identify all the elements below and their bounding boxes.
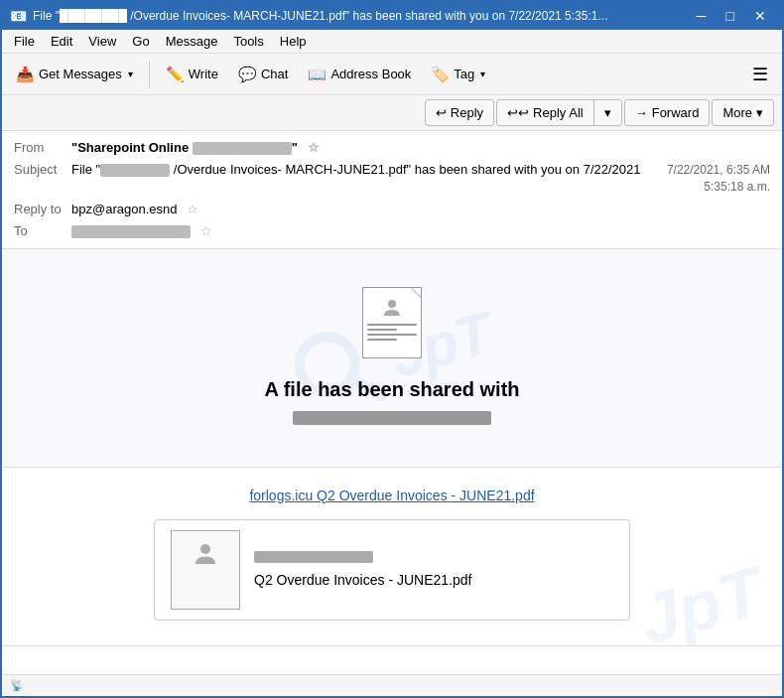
from-value: "Sharepoint Online " ☆ xyxy=(71,140,770,155)
file-lines xyxy=(367,324,417,344)
recipient-blurred-text xyxy=(293,411,491,425)
email-header: From "Sharepoint Online " ☆ Subject File… xyxy=(2,131,782,249)
status-bar: 📡 xyxy=(2,674,782,696)
action-bar: ↩ Reply ↩↩ Reply All ▾ → Forward More ▾ xyxy=(2,95,782,131)
from-star-icon[interactable]: ☆ xyxy=(308,140,320,155)
reply-all-dropdown-icon: ▾ xyxy=(604,105,611,120)
file-line-1 xyxy=(367,324,417,326)
subject-row: Subject File " /Overdue Invoices- MARCH-… xyxy=(14,159,770,199)
to-value: ☆ xyxy=(71,223,770,238)
reply-all-dropdown-button[interactable]: ▾ xyxy=(594,100,621,125)
address-book-icon: 📖 xyxy=(308,66,327,83)
menu-view[interactable]: View xyxy=(80,32,124,51)
reply-all-icon: ↩↩ xyxy=(507,105,529,120)
write-label: Write xyxy=(189,67,218,81)
close-button[interactable]: ✕ xyxy=(746,7,774,25)
menu-bar: File Edit View Go Message Tools Help xyxy=(2,30,782,54)
reply-all-group: ↩↩ Reply All ▾ xyxy=(496,99,622,126)
file-card-icon xyxy=(171,530,240,610)
svg-point-3 xyxy=(200,544,210,554)
title-bar-left: 📧 File "████████ /Overdue Invoices- MARC… xyxy=(10,8,607,24)
toolbar-right: ☰ xyxy=(744,60,776,89)
main-window: 📧 File "████████ /Overdue Invoices- MARC… xyxy=(0,0,784,698)
forward-icon: → xyxy=(635,105,648,120)
shared-with-text: A file has been shared with xyxy=(264,378,519,401)
tag-dropdown-icon[interactable]: ▾ xyxy=(480,69,485,79)
from-row: From "Sharepoint Online " ☆ xyxy=(14,137,770,159)
status-icon: 📡 xyxy=(10,679,24,692)
reply-to-value: bpz@aragon.esnd ☆ xyxy=(71,202,770,216)
address-book-label: Address Book xyxy=(330,67,411,81)
reply-to-label: Reply to xyxy=(14,202,71,216)
write-icon: ✏️ xyxy=(166,66,185,83)
menu-edit[interactable]: Edit xyxy=(43,32,80,51)
title-bar: 📧 File "████████ /Overdue Invoices- MARC… xyxy=(2,2,782,30)
file-line-4 xyxy=(367,339,397,341)
email-date: 7/22/2021, 6:35 AM 5:35:18 a.m. xyxy=(657,162,770,196)
menu-help[interactable]: Help xyxy=(272,32,315,51)
reply-to-email: bpz@aragon.esnd xyxy=(71,202,177,216)
toolbar: 📥 Get Messages ▾ ✏️ Write 💬 Chat 📖 Addre… xyxy=(2,54,782,95)
write-button[interactable]: ✏️ Write xyxy=(158,62,226,87)
link-watermark: JpT xyxy=(630,551,770,646)
to-row: To ☆ xyxy=(14,220,770,242)
title-bar-controls: ─ □ ✕ xyxy=(689,7,774,25)
file-line-3 xyxy=(367,334,417,336)
get-messages-label: Get Messages xyxy=(39,67,122,81)
tag-icon: 🏷️ xyxy=(431,66,450,83)
forward-button[interactable]: → Forward xyxy=(624,99,711,126)
get-messages-dropdown-icon[interactable]: ▾ xyxy=(128,69,133,79)
tag-button[interactable]: 🏷️ Tag ▾ xyxy=(423,62,493,87)
reply-to-star-icon[interactable]: ☆ xyxy=(187,202,198,216)
reply-to-row: Reply to bpz@aragon.esnd ☆ xyxy=(14,199,770,220)
file-link[interactable]: forlogs.icu Q2 Overdue Invoices - JUNE21… xyxy=(249,488,534,503)
link-section: JpT forlogs.icu Q2 Overdue Invoices - JU… xyxy=(2,468,782,646)
minimize-button[interactable]: ─ xyxy=(689,7,715,25)
to-star-icon[interactable]: ☆ xyxy=(200,223,212,238)
svg-point-2 xyxy=(388,300,396,308)
subject-value: File " /Overdue Invoices- MARCH-JUNE21.p… xyxy=(71,162,657,177)
menu-go[interactable]: Go xyxy=(124,32,157,51)
menu-file[interactable]: File xyxy=(6,32,43,51)
date-value: 7/22/2021, 6:35 AM xyxy=(667,163,770,177)
menu-message[interactable]: Message xyxy=(158,32,226,51)
app-icon: 📧 xyxy=(10,8,27,24)
email-body[interactable]: JpT A file has been shared with xyxy=(2,249,782,674)
forward-label: Forward xyxy=(652,105,700,120)
more-dropdown-icon: ▾ xyxy=(756,105,763,120)
file-card-info: Q2 Overdue Invoices - JUNE21.pdf xyxy=(254,551,613,588)
reply-all-label: Reply All xyxy=(533,105,584,120)
more-label: More xyxy=(722,105,752,120)
file-corner-fill xyxy=(412,288,421,297)
file-card-sender-blurred xyxy=(254,551,373,563)
tag-label: Tag xyxy=(454,67,474,81)
get-messages-button[interactable]: 📥 Get Messages ▾ xyxy=(8,62,141,87)
get-messages-icon: 📥 xyxy=(16,66,35,83)
file-card-filename: Q2 Overdue Invoices - JUNE21.pdf xyxy=(254,572,613,588)
reply-icon: ↩ xyxy=(436,105,447,120)
file-person-icon xyxy=(380,296,404,320)
menu-tools[interactable]: Tools xyxy=(225,32,271,51)
from-label: From xyxy=(14,140,71,155)
file-card[interactable]: Q2 Overdue Invoices - JUNE21.pdf xyxy=(154,519,630,621)
window-title: File "████████ /Overdue Invoices- MARCH-… xyxy=(33,9,607,23)
subject-label: Subject xyxy=(14,162,71,177)
chat-button[interactable]: 💬 Chat xyxy=(230,62,296,87)
shared-file-section: JpT A file has been shared with xyxy=(2,249,782,468)
hamburger-menu-button[interactable]: ☰ xyxy=(744,60,776,89)
address-book-button[interactable]: 📖 Address Book xyxy=(300,62,419,87)
reply-all-button[interactable]: ↩↩ Reply All xyxy=(497,100,594,125)
chat-label: Chat xyxy=(261,67,288,81)
reply-button[interactable]: ↩ Reply xyxy=(425,99,494,126)
file-card-person-icon xyxy=(191,539,220,569)
file-line-2 xyxy=(367,329,397,331)
more-button[interactable]: More ▾ xyxy=(712,99,774,126)
maximize-button[interactable]: □ xyxy=(719,7,742,25)
chat-icon: 💬 xyxy=(238,66,257,83)
reply-label: Reply xyxy=(451,105,483,120)
recipient-email-blurred xyxy=(293,411,491,428)
file-preview-icon xyxy=(362,287,422,358)
to-label: To xyxy=(14,223,71,238)
separator-1 xyxy=(149,61,150,88)
time-detail: 5:35:18 a.m. xyxy=(704,180,770,194)
